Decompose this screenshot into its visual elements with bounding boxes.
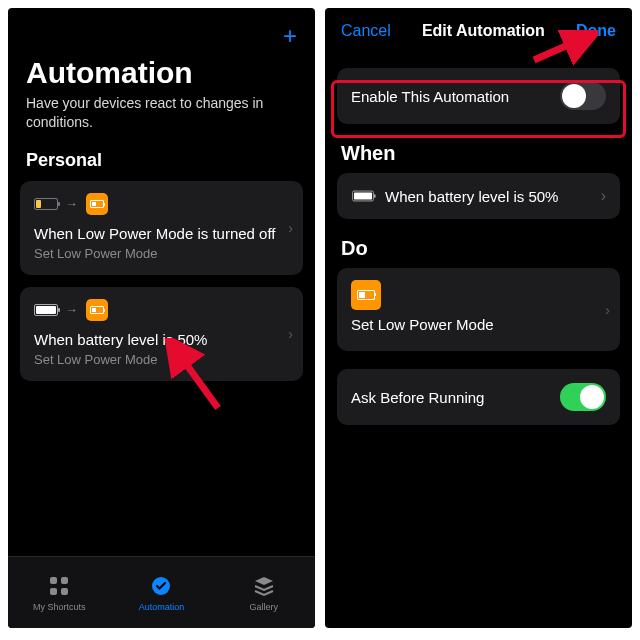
svg-rect-4: [61, 588, 68, 595]
cancel-button[interactable]: Cancel: [341, 22, 391, 40]
tab-my-shortcuts[interactable]: My Shortcuts: [8, 557, 110, 628]
section-personal-header: Personal: [8, 150, 315, 181]
grid-icon: [47, 574, 71, 598]
trigger-action-icons: →: [34, 193, 289, 215]
svg-rect-1: [50, 577, 57, 584]
enable-automation-label: Enable This Automation: [351, 88, 509, 105]
do-header: Do: [325, 225, 632, 262]
tab-label: My Shortcuts: [33, 602, 86, 612]
chevron-right-icon: ›: [605, 302, 610, 318]
svg-rect-2: [61, 577, 68, 584]
chevron-right-icon: ›: [601, 187, 606, 205]
page-subtitle: Have your devices react to changes in co…: [8, 94, 315, 150]
automation-list-screen: + Automation Have your devices react to …: [8, 8, 315, 628]
ask-before-running-row[interactable]: Ask Before Running: [337, 369, 620, 425]
page-title: Automation: [8, 50, 315, 94]
automation-subtitle: Set Low Power Mode: [34, 246, 289, 261]
arrow-icon: →: [66, 197, 78, 211]
enable-automation-row[interactable]: Enable This Automation: [337, 68, 620, 124]
when-condition-label: When battery level is 50%: [385, 188, 558, 205]
automation-title: When battery level is 50%: [34, 331, 289, 348]
tab-label: Gallery: [250, 602, 279, 612]
battery-icon: [352, 191, 374, 202]
trigger-action-icons: →: [34, 299, 289, 321]
battery-low-icon: [34, 198, 58, 210]
do-action-card[interactable]: Set Low Power Mode ›: [337, 268, 620, 351]
chevron-right-icon: ›: [288, 326, 293, 342]
done-button[interactable]: Done: [576, 22, 616, 40]
enable-automation-toggle[interactable]: [560, 82, 606, 110]
ask-before-running-label: Ask Before Running: [351, 389, 484, 406]
automation-title: When Low Power Mode is turned off: [34, 225, 289, 242]
automation-card[interactable]: → When battery level is 50% Set Low Powe…: [20, 287, 303, 381]
svg-rect-3: [50, 588, 57, 595]
chevron-right-icon: ›: [288, 220, 293, 236]
do-action-label: Set Low Power Mode: [351, 316, 606, 333]
stack-icon: [252, 574, 276, 598]
tab-bar: My Shortcuts Automation Gallery: [8, 556, 315, 628]
tab-gallery[interactable]: Gallery: [213, 557, 315, 628]
nav-title: Edit Automation: [422, 22, 545, 40]
low-power-icon: [86, 299, 108, 321]
edit-automation-screen: Cancel Edit Automation Done Enable This …: [325, 8, 632, 628]
automation-card[interactable]: → When Low Power Mode is turned off Set …: [20, 181, 303, 275]
header: +: [8, 8, 315, 50]
arrow-icon: →: [66, 303, 78, 317]
low-power-icon: [351, 280, 381, 310]
tab-label: Automation: [139, 602, 185, 612]
add-automation-button[interactable]: +: [283, 22, 297, 50]
nav-bar: Cancel Edit Automation Done: [325, 8, 632, 50]
clock-check-icon: [149, 574, 173, 598]
low-power-icon: [86, 193, 108, 215]
tab-automation[interactable]: Automation: [110, 557, 212, 628]
automation-subtitle: Set Low Power Mode: [34, 352, 289, 367]
battery-icon: [34, 304, 58, 316]
ask-before-running-toggle[interactable]: [560, 383, 606, 411]
when-header: When: [325, 130, 632, 167]
when-condition-row[interactable]: When battery level is 50% ›: [337, 173, 620, 219]
